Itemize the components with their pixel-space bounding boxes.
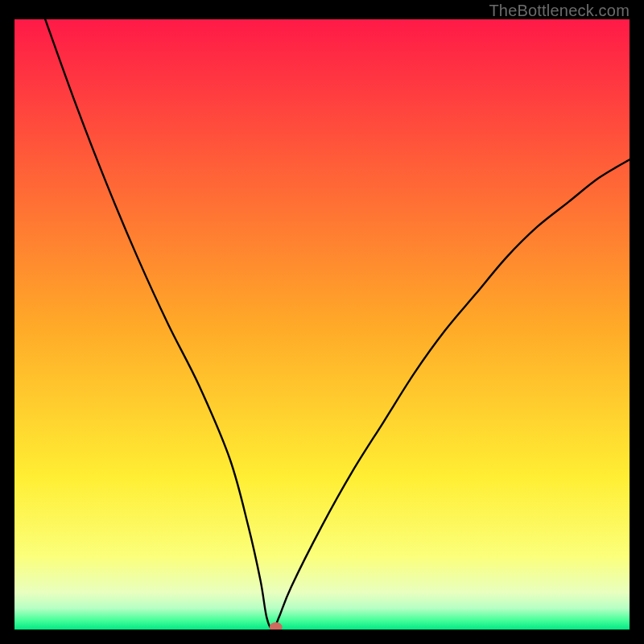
plot-background: [14, 19, 630, 630]
chart-frame: TheBottleneck.com: [0, 0, 644, 644]
bottleneck-chart: [14, 19, 630, 630]
watermark-text: TheBottleneck.com: [489, 2, 630, 20]
